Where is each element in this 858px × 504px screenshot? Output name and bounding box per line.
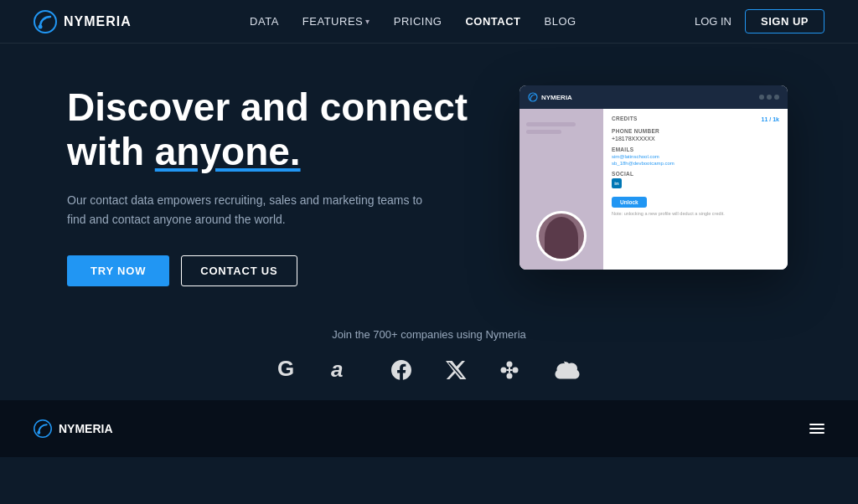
- nav-features[interactable]: FEATURES ▾: [302, 15, 370, 28]
- mockup-credits-row: Credits 11 / 1k: [612, 116, 779, 123]
- amazon-icon: a: [331, 357, 359, 382]
- navigation: NYMERIA DATA FEATURES ▾ PRICING CONTACT …: [0, 0, 858, 44]
- mockup-email-2: sb_18h@devbootcamp.com: [612, 161, 779, 166]
- hero-title: Discover and connect with anyone.: [67, 85, 503, 174]
- mockup-header: NYMERIA: [519, 85, 788, 109]
- hamburger-menu-icon[interactable]: [809, 424, 824, 434]
- try-now-button[interactable]: TRY NOW: [67, 255, 169, 286]
- mockup-social-section: Social in: [612, 171, 779, 188]
- mockup-logo-icon: [528, 92, 538, 102]
- svg-point-0: [34, 11, 56, 33]
- svg-point-6: [513, 367, 519, 373]
- salesforce-logo: [552, 358, 582, 385]
- chevron-down-icon: ▾: [365, 17, 370, 26]
- svg-point-7: [501, 367, 507, 373]
- mockup-phone-section: Phone Number +18178XXXXXX: [612, 128, 779, 141]
- hubspot-icon: [497, 357, 522, 383]
- twitter-logo: [443, 358, 467, 385]
- mockup-emails-section: Emails sim@latinschool.com sb_18h@devboo…: [612, 147, 779, 166]
- mockup-line: [526, 122, 576, 126]
- facebook-icon: [390, 358, 413, 382]
- google-logo: G: [276, 356, 301, 387]
- mockup-logo: NYMERIA: [528, 92, 572, 102]
- menu-bar: [809, 432, 824, 434]
- google-icon: G: [276, 356, 301, 381]
- menu-bar: [809, 424, 824, 425]
- product-mockup: NYMERIA: [519, 85, 788, 270]
- companies-logos: G a: [34, 356, 824, 387]
- mockup-unlock-button[interactable]: Unlock: [612, 197, 647, 208]
- footer-logo: NYMERIA: [34, 419, 113, 438]
- nav-contact[interactable]: CONTACT: [465, 15, 520, 28]
- mockup-name-lines: [526, 122, 597, 134]
- hero-buttons: TRY NOW CONTACT US: [67, 255, 503, 286]
- login-button[interactable]: LOG IN: [695, 15, 731, 28]
- anyone-text: anyone.: [155, 130, 301, 173]
- mockup-dot: [767, 95, 772, 100]
- logo-text: NYMERIA: [64, 14, 132, 29]
- mockup-dot: [759, 95, 764, 100]
- companies-section: Join the 700+ companies using Nymeria G …: [0, 311, 858, 400]
- svg-point-1: [39, 24, 43, 28]
- nav-auth: LOG IN SIGN UP: [695, 9, 824, 33]
- mockup-window-dots: [759, 95, 779, 100]
- amazon-logo: a: [331, 357, 359, 387]
- facebook-logo: [390, 358, 413, 385]
- mockup-body: Credits 11 / 1k Phone Number +18178XXXXX…: [519, 109, 788, 270]
- svg-point-2: [529, 93, 537, 101]
- footer-logo-icon: [34, 419, 52, 438]
- nav-data[interactable]: DATA: [250, 15, 279, 28]
- svg-point-5: [507, 361, 513, 367]
- logo-icon: [34, 10, 57, 33]
- signup-button[interactable]: SIGN UP: [745, 9, 824, 33]
- linkedin-icon: in: [612, 178, 622, 188]
- mockup-line: [526, 130, 561, 134]
- hubspot-logo: [497, 357, 522, 386]
- mockup-dot: [774, 95, 779, 100]
- mockup-details-panel: Credits 11 / 1k Phone Number +18178XXXXX…: [603, 109, 788, 270]
- hero-description: Our contact data empowers recruiting, sa…: [67, 191, 436, 231]
- svg-point-11: [34, 420, 51, 437]
- hero-section: Discover and connect with anyone. Our co…: [0, 44, 858, 311]
- companies-title: Join the 700+ companies using Nymeria: [34, 328, 824, 341]
- avatar-body: [545, 217, 578, 259]
- mockup-note: Note: unlocking a new profile will deduc…: [612, 211, 779, 216]
- hero-illustration: NYMERIA: [503, 85, 788, 286]
- nav-pricing[interactable]: PRICING: [394, 15, 442, 28]
- menu-bar: [809, 428, 824, 429]
- nav-links: DATA FEATURES ▾ PRICING CONTACT BLOG: [250, 15, 576, 28]
- twitter-icon: [443, 358, 467, 382]
- svg-text:G: G: [277, 356, 294, 381]
- mockup-email-1: sim@latinschool.com: [612, 154, 779, 159]
- hero-content: Discover and connect with anyone. Our co…: [67, 85, 503, 286]
- contact-us-button[interactable]: CONTACT US: [181, 255, 297, 286]
- svg-point-8: [507, 373, 513, 378]
- avatar: [536, 211, 587, 261]
- mockup-profile-panel: [519, 109, 603, 270]
- svg-text:a: a: [331, 357, 343, 382]
- nav-blog[interactable]: BLOG: [545, 15, 576, 28]
- footer-preview: NYMERIA: [0, 400, 858, 457]
- svg-point-12: [37, 431, 40, 435]
- footer-logo-text: NYMERIA: [59, 422, 113, 435]
- salesforce-icon: [552, 358, 582, 382]
- logo[interactable]: NYMERIA: [34, 10, 132, 33]
